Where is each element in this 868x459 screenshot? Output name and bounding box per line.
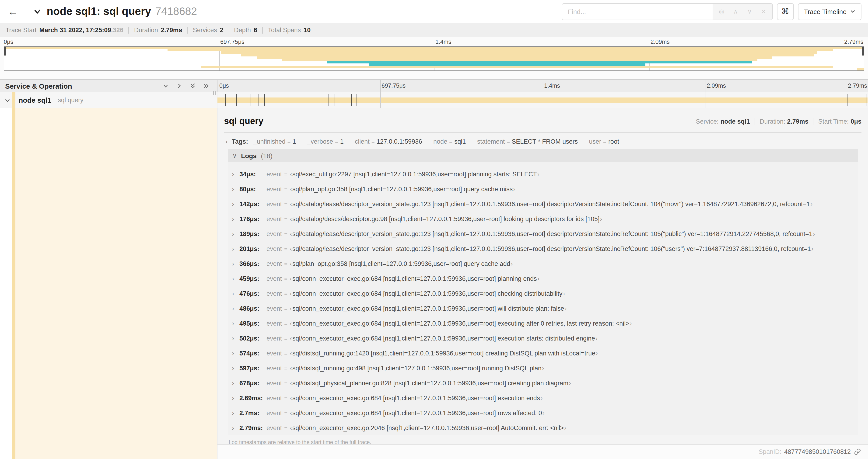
log-row[interactable]: ›176μs:event=sql/catalog/descs/descripto… [232,211,858,226]
trace-collapse-chevron-icon[interactable] [33,7,41,15]
span-duration-bar[interactable] [217,97,868,103]
log-row[interactable]: ›678μs:event=sql/distsql_physical_planne… [232,375,858,390]
expand-all-icon[interactable] [203,83,210,89]
find-suffix-buttons: ◎∧∨× [712,3,772,19]
span-collapse-chevron-icon[interactable] [4,97,11,105]
log-row[interactable]: ›2.69ms:event=sql/conn_executor_exec.go:… [232,390,858,405]
log-row[interactable]: ›80μs:event=sql/plan_opt.go:358 [nsql1,c… [232,182,858,196]
log-event: event=sql/conn_executor_exec.go:684 [nsq… [267,409,545,416]
log-field-key: event [267,230,282,237]
chevron-right-icon[interactable]: › [232,245,239,252]
tag-key: user [589,138,601,145]
chevron-right-icon[interactable]: › [232,334,239,342]
viewport-handle-left[interactable] [4,47,6,56]
log-field-key: event [267,380,282,387]
expand-one-icon[interactable] [176,83,183,89]
log-row[interactable]: ›486μs:event=sql/conn_executor_exec.go:6… [232,301,858,316]
log-row[interactable]: ›459μs:event=sql/conn_executor_exec.go:6… [232,271,858,286]
span-row[interactable]: node sql1 sql query [0,92,868,108]
chevron-right-icon[interactable]: › [232,200,239,207]
chevron-down-icon[interactable]: ∨ [232,152,237,159]
detail-header: sql query Service:node sql1 Duration:2.7… [224,113,862,130]
equals-sign: = [284,320,287,327]
viewport-handle-right[interactable] [862,47,864,56]
chevron-right-icon[interactable]: › [232,215,239,223]
log-event: event=sql/conn_executor_exec.go:684 [nsq… [267,290,565,297]
log-row[interactable]: ›476μs:event=sql/conn_executor_exec.go:6… [232,286,858,301]
tick-gridline [543,80,543,92]
collapse-one-icon[interactable] [162,83,169,89]
log-row[interactable]: ›201μs:event=sql/catalog/lease/descripto… [232,241,858,256]
chevron-right-icon[interactable]: › [232,275,239,282]
chevron-right-icon[interactable]: › [232,424,239,431]
chevron-right-icon[interactable]: › [232,394,239,402]
trace-id: 7418682 [155,5,197,18]
meta-service: Service:node sql1 [696,118,750,125]
log-row[interactable]: ›502μs:event=sql/conn_executor_exec.go:6… [232,331,858,346]
tick-label: 2.09ms [651,39,670,45]
log-row[interactable]: ›495μs:event=sql/conn_executor_exec.go:6… [232,316,858,331]
back-button[interactable]: ← [0,0,26,23]
log-row[interactable]: ›366μs:event=sql/plan_opt.go:358 [nsql1,… [232,256,858,271]
stat-separator [129,27,129,33]
keyboard-shortcuts-button[interactable]: ⌘ [777,3,794,20]
log-field-key: event [267,260,282,267]
tag-item[interactable]: _verbose=1 [307,138,344,145]
log-field-value: sql/conn_executor_exec.go:684 [nsql1,cli… [290,409,545,416]
log-row[interactable]: ›34μs:event=sql/exec_util.go:2297 [nsql1… [232,167,858,182]
locate-icon[interactable]: ◎ [718,8,724,15]
chevron-right-icon[interactable]: › [232,230,239,237]
tag-item[interactable]: _unfinished=1 [253,138,296,145]
tag-item[interactable]: node=sql1 [433,138,466,145]
stat-suffix: .326 [111,27,123,34]
log-field-key: event [267,305,282,312]
tags-list: _unfinished=1_verbose=1client=127.0.0.1:… [253,138,619,145]
tags-row[interactable]: › Tags: _unfinished=1_verbose=1client=12… [224,133,862,149]
tag-item[interactable]: client=127.0.0.1:59936 [355,138,422,145]
chevron-right-icon[interactable]: › [232,185,239,193]
stat-label: Duration [134,27,158,34]
chevron-right-icon[interactable]: › [232,320,239,327]
collapse-all-icon[interactable] [189,83,196,89]
tag-item[interactable]: statement=SELECT * FROM users [477,138,578,145]
log-row[interactable]: ›142μs:event=sql/catalog/lease/descripto… [232,196,858,211]
chevron-right-icon[interactable]: › [232,170,239,178]
column-resizer[interactable] [213,91,216,95]
trace-view-label: Trace Timeline [804,8,846,15]
page-title: node sql1: sql query [46,5,151,18]
log-row[interactable]: ›2.7ms:event=sql/conn_executor_exec.go:6… [232,405,858,420]
chevron-down-icon[interactable]: ∨ [746,8,752,15]
log-event: event=sql/conn_executor_exec.go:684 [nsq… [267,320,632,327]
chevron-right-icon[interactable]: › [232,409,239,417]
meta-separator [813,118,814,125]
trace-view-select[interactable]: Trace Timeline [798,3,862,20]
log-row[interactable]: ›189μs:event=sql/catalog/lease/descripto… [232,226,858,241]
log-field-value: sql/conn_executor_exec.go:684 [nsql1,cli… [290,275,539,282]
tick-label: 0μs [4,39,13,45]
stat-label: Services [193,27,217,34]
span-row-bar-cell[interactable] [217,92,868,108]
log-marker [333,94,333,106]
deep-link-icon[interactable] [854,448,861,455]
tag-item[interactable]: user=root [589,138,619,145]
logs-header[interactable]: ∨ Logs (18) [228,149,858,162]
log-field-key: event [267,365,282,371]
find-input[interactable] [562,3,712,19]
chevron-right-icon[interactable]: › [232,364,239,372]
log-row[interactable]: ›2.79ms:event=sql/conn_executor_exec.go:… [232,420,858,435]
log-field-value: sql/catalog/descs/descriptor.go:98 [nsql… [290,215,602,222]
chevron-right-icon[interactable]: › [225,138,227,145]
chevron-right-icon[interactable]: › [232,290,239,297]
tick-gridline [705,92,706,108]
chevron-right-icon[interactable]: › [232,349,239,357]
chevron-right-icon[interactable]: › [232,260,239,267]
chevron-right-icon[interactable]: › [232,379,239,387]
chevron-right-icon[interactable]: › [232,305,239,312]
log-row[interactable]: ›574μs:event=sql/distsql_running.go:1420… [232,346,858,361]
minimap-canvas[interactable] [4,46,864,71]
chevron-up-icon[interactable]: ∧ [733,8,739,15]
log-timestamp: 142μs: [239,200,267,207]
log-timestamp: 34μs: [239,170,267,177]
clear-icon[interactable]: × [761,8,767,15]
log-row[interactable]: ›597μs:event=sql/distsql_running.go:498 … [232,361,858,375]
